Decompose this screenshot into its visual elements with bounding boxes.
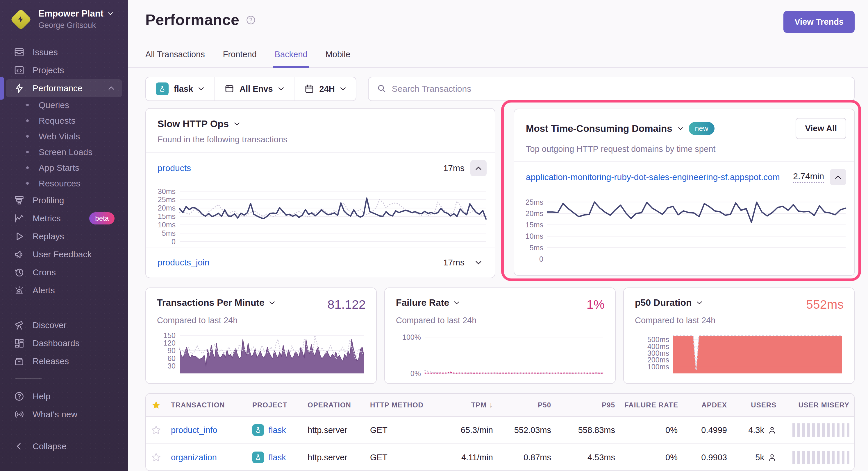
chevron-down-icon[interactable] [678,127,683,130]
p50-cell: 552.03ms [498,416,556,444]
environment-filter-dropdown[interactable]: All Envs [214,77,293,100]
svg-text:0: 0 [172,238,176,245]
svg-text:15ms: 15ms [526,221,543,229]
sidebar-item-label: What's new [33,409,77,419]
sidebar-item-alerts[interactable]: Alerts [6,281,122,299]
bullet-icon [26,135,29,138]
sidebar-item-profiling[interactable]: Profiling [6,191,122,209]
chevron-down-icon[interactable] [454,301,460,305]
transaction-link[interactable]: product_info [171,426,217,435]
chevron-down-icon[interactable] [234,122,240,126]
bullet-icon [26,119,29,122]
users-count: 4.3k [748,426,764,435]
collapse-row-button[interactable] [470,160,487,176]
project-link[interactable]: flask [269,426,286,435]
chevron-left-icon [13,440,25,452]
domains-chart: 25ms20ms15ms10ms5ms0 [518,194,847,263]
expand-row-button[interactable] [470,255,487,271]
sidebar-item-label: Resources [39,178,80,189]
http-method-cell: GET [365,416,438,444]
bullet-icon [26,166,29,169]
svg-text:5ms: 5ms [162,229,176,237]
sidebar-item-app-starts[interactable]: App Starts [0,160,128,176]
svg-text:100%: 100% [402,333,421,341]
search-input[interactable] [392,84,846,94]
col-tpm-sort[interactable]: TPM ↓ [438,394,498,416]
chevron-down-icon[interactable] [696,301,702,305]
sidebar-item-queries[interactable]: Queries [0,97,128,113]
transaction-row: product_info flask http.server GET 65.3/… [146,416,854,444]
tab-all-transactions[interactable]: All Transactions [145,49,205,67]
sidebar-item-requests[interactable]: Requests [0,113,128,129]
transaction-row: organization flask http.server GET 4.11/… [146,444,854,471]
sidebar-item-label: App Starts [39,163,80,173]
star-outline-icon[interactable] [151,425,162,435]
sidebar-item-label: Dashboards [33,338,80,348]
sidebar-item-help[interactable]: Help [6,388,122,405]
tpm-chart: 150120906030 [157,329,366,377]
sidebar-item-label: Queries [39,100,69,110]
sidebar-item-label: Web Vitals [39,132,80,141]
sidebar-item-label: Screen Loads [39,147,92,157]
svg-text:5ms: 5ms [530,244,543,252]
date-range-dropdown[interactable]: 24H [294,77,356,100]
sidebar-item-web-vitals[interactable]: Web Vitals [0,129,128,144]
http-method-cell: GET [365,444,438,471]
chevron-down-icon[interactable] [269,301,275,305]
project-filter-dropdown[interactable]: flask [146,77,214,100]
sidebar-item-dashboards[interactable]: Dashboards [6,334,122,352]
star-filled-icon[interactable] [151,400,162,410]
slow-http-ops-chart: 30ms25ms20ms15ms10ms5ms0 [151,184,488,245]
star-outline-icon[interactable] [151,452,162,462]
svg-text:150: 150 [163,331,176,339]
sidebar-item-user-feedback[interactable]: User Feedback [6,245,122,263]
domain-link[interactable]: application-monitoring-ruby-dot-sales-en… [526,172,780,182]
sidebar-item-replays[interactable]: Replays [6,227,122,245]
sidebar-item-releases[interactable]: Releases [6,352,122,370]
project-link[interactable]: flask [269,453,286,462]
tab-backend[interactable]: Backend [275,49,308,67]
sidebar-item-discover[interactable]: Discover [6,316,122,334]
widget-title: Transactions Per Minute [157,297,265,308]
tpm-value: 81.122 [327,297,366,311]
chevron-down-icon [107,12,113,15]
user-misery-bar [793,451,849,464]
sidebar-item-projects[interactable]: Projects [6,61,122,79]
telescope-icon [13,319,25,331]
bullet-icon [26,182,29,185]
help-circle-icon [13,391,25,402]
profiling-icon [13,195,25,206]
tab-mobile[interactable]: Mobile [326,49,350,67]
filter-bar: flask All Envs 24H [145,77,861,101]
view-all-button[interactable]: View All [796,118,846,139]
chevron-up-icon [108,86,115,90]
transaction-accordion-row: products_join 17ms [146,247,495,278]
transaction-link[interactable]: products_join [158,258,209,267]
sidebar-item-crons[interactable]: Crons [6,263,122,281]
org-switcher[interactable]: Empower Plant George Gritsouk [0,8,128,31]
new-badge: new [689,122,715,135]
collapse-row-button[interactable] [830,169,846,185]
transaction-link[interactable]: organization [171,453,217,462]
sidebar-item-performance[interactable]: Performance [6,79,122,97]
sidebar-item-whats-new[interactable]: What's new [6,405,122,424]
projects-icon [13,64,25,76]
col-http-method: HTTP METHOD [365,394,438,416]
megaphone-icon [13,248,25,260]
sidebar-collapse-button[interactable]: Collapse [6,437,122,455]
view-trends-button[interactable]: View Trends [783,11,855,33]
widget-title: Failure Rate [396,297,449,308]
col-user-misery: USER MISERY [781,394,854,416]
sidebar-item-issues[interactable]: Issues [6,43,122,61]
sidebar-item-label: Discover [33,320,67,330]
transactions-table: TRANSACTION PROJECT OPERATION HTTP METHO… [145,393,855,471]
help-tooltip-icon[interactable] [246,15,256,26]
transaction-accordion-row: products 17ms [146,153,495,183]
widget-subtitle: Compared to last 24h [396,316,604,325]
sidebar-item-metrics[interactable]: Metrics beta [6,209,122,227]
sidebar-item-screen-loads[interactable]: Screen Loads [0,144,128,160]
org-avatar [10,8,31,30]
sidebar-item-resources[interactable]: Resources [0,176,128,191]
tab-frontend[interactable]: Frontend [223,49,257,67]
transaction-link[interactable]: products [158,163,191,173]
